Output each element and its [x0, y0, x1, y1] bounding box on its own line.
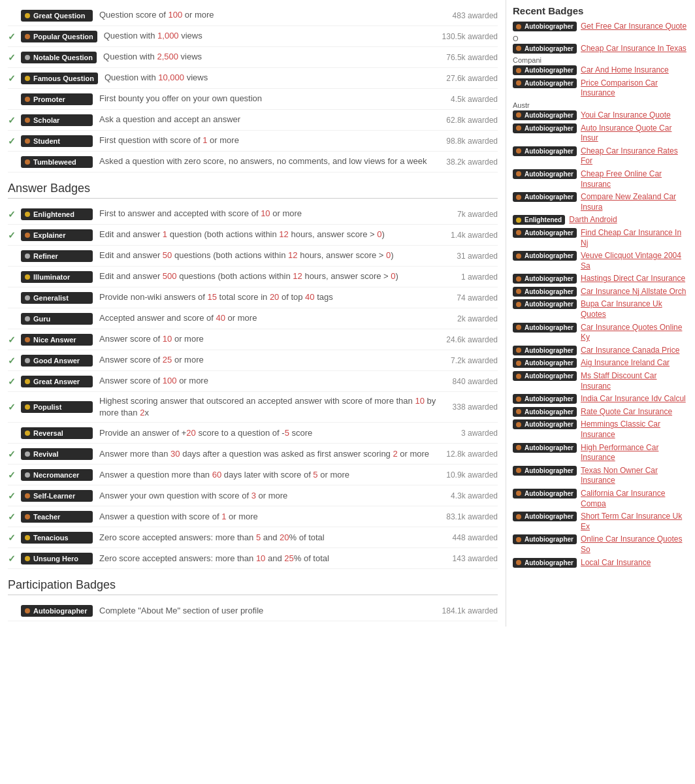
sidebar-badge-tag-9[interactable]: Enlightened [513, 215, 565, 225]
sidebar-link-25[interactable]: Short Term Car Insurance Uk Ex [581, 512, 688, 532]
badge-description-teacher: Answer a question with score of 1 or mor… [99, 511, 439, 523]
sidebar-badge-tag-17[interactable]: Autobiographer [513, 358, 577, 368]
badge-tag-autobiographer[interactable]: Autobiographer [21, 605, 93, 617]
sidebar-badge-tag-13[interactable]: Autobiographer [513, 287, 577, 297]
sidebar-badge-tag-1[interactable]: Autobiographer [513, 44, 577, 54]
checkmark-necromancer: ✓ [8, 470, 21, 480]
sidebar-badge-tag-21[interactable]: Autobiographer [513, 419, 577, 429]
sidebar-link-12[interactable]: Hastings Direct Car Insurance [581, 274, 688, 284]
sidebar-link-9[interactable]: Darth Android [569, 215, 688, 225]
sidebar-link-13[interactable]: Car Insurance Nj Allstate Orch [581, 287, 688, 297]
sidebar-link-16[interactable]: Car Insurance Canada Price [581, 346, 688, 356]
sidebar-badge-row-6: AutobiographerCheap Car Insurance Rates … [513, 146, 688, 167]
sidebar-link-8[interactable]: Compare New Zealand Car Insura [581, 192, 688, 212]
sidebar-link-22[interactable]: High Performance Car Insurance [581, 443, 688, 463]
badge-label-populist: Populist [33, 403, 61, 411]
badge-tag-explainer[interactable]: Explainer [21, 229, 93, 241]
badge-row-populist: ✓PopulistHighest scoring answer that out… [8, 392, 498, 423]
sidebar-badge-tag-2[interactable]: Autobiographer [513, 65, 577, 75]
badge-tag-popular-question[interactable]: Popular Question [21, 31, 97, 42]
badge-tag-tumbleweed[interactable]: Tumbleweed [21, 156, 93, 168]
sidebar-link-14[interactable]: Bupa Car Insurance Uk Quotes [581, 299, 688, 319]
sidebar-link-5[interactable]: Auto Insurance Quote Car Insur [581, 123, 688, 144]
sidebar-badge-tag-19[interactable]: Autobiographer [513, 394, 577, 404]
badge-tag-refiner[interactable]: Refiner [21, 250, 93, 262]
badge-award-tumbleweed: 38.2k awarded [439, 157, 498, 167]
sidebar-badge-tag-26[interactable]: Autobiographer [513, 534, 577, 544]
badge-tag-tenacious[interactable]: Tenacious [21, 532, 93, 544]
sidebar-badge-tag-25[interactable]: Autobiographer [513, 512, 577, 521]
sidebar-link-1[interactable]: Cheap Car Insurance In Texas [581, 44, 688, 54]
badge-label-great-question: Great Question [33, 12, 85, 20]
sidebar-badge-tag-16[interactable]: Autobiographer [513, 346, 577, 355]
sidebar-badge-tag-23[interactable]: Autobiographer [513, 466, 577, 476]
sidebar-badge-tag-27[interactable]: Autobiographer [513, 558, 577, 568]
gold-dot-famous-question [25, 76, 30, 81]
sidebar-badge-tag-15[interactable]: Autobiographer [513, 323, 577, 333]
gold-dot-unsung-hero [25, 556, 30, 561]
sidebar-badge-tag-14[interactable]: Autobiographer [513, 299, 577, 309]
badge-tag-enlightened[interactable]: Enlightened [21, 208, 93, 220]
badge-award-autobiographer: 184.1k awarded [439, 606, 498, 615]
badge-tag-necromancer[interactable]: Necromancer [21, 469, 93, 481]
sidebar-link-17[interactable]: Aig Insurance Ireland Car [581, 358, 688, 368]
sidebar-link-18[interactable]: Ms Staff Discount Car Insuranc [581, 371, 688, 391]
badge-tag-nice-answer[interactable]: Nice Answer [21, 334, 93, 346]
badge-tag-famous-question[interactable]: Famous Question [21, 73, 98, 84]
badge-tag-good-answer[interactable]: Good Answer [21, 355, 93, 367]
sidebar-badge-tag-11[interactable]: Autobiographer [513, 251, 577, 261]
badge-tag-great-answer[interactable]: Great Answer [21, 376, 93, 387]
badge-label-self-learner: Self-Learner [33, 492, 75, 500]
sidebar-link-26[interactable]: Online Car Insurance Quotes So [581, 534, 688, 555]
badge-tag-reversal[interactable]: Reversal [21, 427, 93, 439]
sidebar-link-11[interactable]: Veuve Clicquot Vintage 2004 Sa [581, 251, 688, 271]
sidebar-link-4[interactable]: Youi Car Insurance Quote [581, 110, 688, 121]
badge-award-self-learner: 4.3k awarded [439, 491, 498, 500]
sidebar-link-6[interactable]: Cheap Car Insurance Rates For [581, 146, 688, 167]
badge-tag-guru[interactable]: Guru [21, 313, 93, 325]
sidebar-badge-tag-18[interactable]: Autobiographer [513, 371, 577, 381]
badge-award-necromancer: 10.9k awarded [439, 470, 498, 480]
sidebar-link-2[interactable]: Car And Home Insurance [581, 65, 688, 76]
badge-tag-great-question[interactable]: Great Question [21, 10, 93, 22]
badge-tag-notable-question[interactable]: Notable Question [21, 52, 97, 63]
badge-tag-revival[interactable]: Revival [21, 448, 93, 460]
badge-tag-self-learner[interactable]: Self-Learner [21, 490, 93, 502]
sidebar-badge-tag-3[interactable]: Autobiographer [513, 78, 577, 88]
sidebar-link-15[interactable]: Car Insurance Quotes Online Ky [581, 323, 688, 343]
sidebar-link-24[interactable]: California Car Insurance Compa [581, 489, 688, 509]
badge-tag-populist[interactable]: Populist [21, 401, 93, 413]
sidebar-link-23[interactable]: Texas Non Owner Car Insurance [581, 466, 688, 486]
sidebar-badge-tag-22[interactable]: Autobiographer [513, 443, 577, 453]
sidebar-badge-tag-20[interactable]: Autobiographer [513, 407, 577, 417]
sidebar-badge-tag-5[interactable]: Autobiographer [513, 123, 577, 133]
badge-tag-generalist[interactable]: Generalist [21, 292, 93, 304]
sidebar-link-19[interactable]: India Car Insurance Idv Calcul [581, 394, 688, 404]
badge-tag-illuminator[interactable]: Illuminator [21, 271, 93, 283]
sidebar-dot-16 [516, 348, 521, 353]
sidebar-badge-tag-8[interactable]: Autobiographer [513, 192, 577, 202]
sidebar-badge-tag-0[interactable]: Autobiographer [513, 22, 577, 31]
sidebar-badge-tag-24[interactable]: Autobiographer [513, 489, 577, 498]
sidebar-link-7[interactable]: Cheap Free Online Car Insuranc [581, 169, 688, 189]
sidebar-badge-tag-12[interactable]: Autobiographer [513, 274, 577, 284]
sidebar-link-27[interactable]: Local Car Insurance [581, 558, 688, 568]
sidebar-link-20[interactable]: Rate Quote Car Insurance [581, 407, 688, 417]
badge-tag-teacher[interactable]: Teacher [21, 511, 93, 523]
sidebar-link-10[interactable]: Find Cheap Car Insurance In Nj [581, 228, 688, 248]
sidebar-dot-3 [516, 80, 521, 86]
badge-tag-unsung-hero[interactable]: Unsung Hero [21, 553, 93, 564]
sidebar-badge-tag-6[interactable]: Autobiographer [513, 146, 577, 156]
sidebar-badge-tag-10[interactable]: Autobiographer [513, 228, 577, 238]
sidebar-badge-tag-4[interactable]: Autobiographer [513, 110, 577, 120]
checkmark-notable-question: ✓ [8, 52, 21, 63]
badge-tag-scholar[interactable]: Scholar [21, 114, 93, 126]
badge-tag-student[interactable]: Student [21, 135, 93, 147]
badge-tag-promoter[interactable]: Promoter [21, 93, 93, 105]
sidebar-link-21[interactable]: Hemmings Classic Car Insurance [581, 419, 688, 440]
sidebar-link-3[interactable]: Price Comparison Car Insurance [581, 78, 688, 99]
badge-row-popular-question: ✓Popular QuestionQuestion with 1,000 vie… [8, 26, 498, 47]
sidebar-badge-tag-7[interactable]: Autobiographer [513, 169, 577, 179]
sidebar-link-0[interactable]: Get Free Car Insurance Quote [581, 22, 688, 32]
sidebar-dot-25 [516, 514, 521, 519]
